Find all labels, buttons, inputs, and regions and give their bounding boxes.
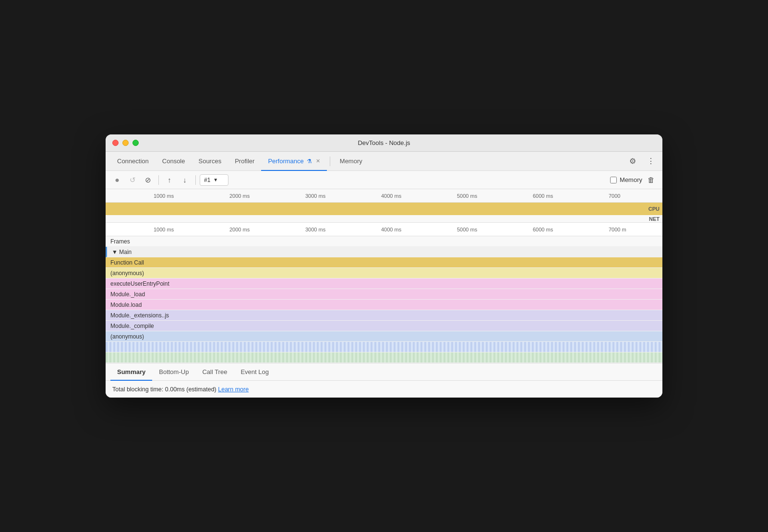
flame-label-1: (anonymous)	[106, 270, 221, 277]
status-bar: Total blocking time: 0.00ms (estimated) …	[106, 380, 662, 398]
toolbar-divider-1	[158, 175, 159, 185]
ruler2-tick-7000: 7000 m	[609, 227, 626, 232]
flame-label-5: Module._extensions..js	[106, 312, 221, 319]
flame-row-4[interactable]: Module.load	[106, 300, 662, 310]
tab-bottom-up[interactable]: Bottom-Up	[152, 363, 195, 381]
more-icon: ⋮	[647, 157, 655, 166]
tab-sources[interactable]: Sources	[192, 152, 228, 171]
titlebar: DevTools - Node.js	[106, 134, 662, 152]
tab-event-log[interactable]: Event Log	[234, 363, 276, 381]
clear-button[interactable]: ⊘	[141, 173, 155, 187]
flame-row-0[interactable]: Function Call	[106, 257, 662, 268]
tab-memory[interactable]: Memory	[333, 152, 369, 171]
net-label: NET	[649, 216, 660, 222]
flame-row-9[interactable]	[106, 352, 662, 363]
ruler-tick-6000: 6000 ms	[533, 193, 553, 199]
ruler-tick-1000: 1000 ms	[154, 193, 174, 199]
flame-label-6: Module._compile	[106, 323, 221, 329]
flask-icon: ⚗	[307, 158, 312, 165]
tab-profiler[interactable]: Profiler	[228, 152, 261, 171]
flame-bar-9	[106, 352, 662, 363]
selector-dropdown[interactable]: #1 ▼	[200, 174, 228, 186]
flame-row-7[interactable]: (anonymous)	[106, 331, 662, 342]
main-header-row[interactable]: ▼ Main	[106, 247, 662, 257]
memory-checkbox-label[interactable]: Memory	[610, 176, 642, 183]
ruler2-tick-2000: 2000 ms	[229, 227, 250, 232]
chevron-down-icon: ▼	[213, 177, 218, 182]
cpu-label: CPU	[648, 206, 660, 212]
more-button[interactable]: ⋮	[644, 155, 658, 168]
flame-row-8[interactable]	[106, 342, 662, 352]
flame-row-5[interactable]: Module._extensions..js	[106, 310, 662, 321]
bottom-tabs: Summary Bottom-Up Call Tree Event Log	[106, 363, 662, 380]
maximize-button[interactable]	[132, 140, 139, 146]
reload-button[interactable]: ↺	[126, 173, 139, 187]
clear-icon: ⊘	[145, 176, 151, 184]
status-text: Total blocking time: 0.00ms (estimated)	[112, 386, 216, 393]
minimize-button[interactable]	[122, 140, 129, 146]
content-area: 1000 ms 2000 ms 3000 ms 4000 ms 5000 ms …	[106, 223, 662, 363]
ruler2-tick-3000: 3000 ms	[305, 227, 325, 232]
tab-console[interactable]: Console	[156, 152, 192, 171]
settings-button[interactable]: ⚙	[626, 155, 639, 168]
tab-separator	[330, 157, 330, 166]
ruler-tick-3000: 3000 ms	[305, 193, 325, 199]
ruler-tick-7000: 7000	[609, 193, 620, 199]
record-button[interactable]: ●	[110, 173, 124, 187]
flame-row-3[interactable]: Module._load	[106, 289, 662, 300]
devtools-window: DevTools - Node.js Connection Console So…	[106, 134, 662, 398]
traffic-lights	[112, 140, 139, 146]
flame-row-1[interactable]: (anonymous)	[106, 268, 662, 278]
upload-icon: ↑	[168, 176, 171, 184]
download-button[interactable]: ↓	[178, 173, 192, 187]
frames-label: Frames	[106, 238, 221, 245]
memory-checkbox[interactable]	[610, 177, 617, 183]
reload-icon: ↺	[130, 176, 136, 184]
tab-performance[interactable]: Performance ⚗ ✕	[261, 152, 326, 171]
frames-row: Frames	[106, 236, 662, 247]
tab-summary[interactable]: Summary	[110, 363, 152, 381]
window-title: DevTools - Node.js	[358, 139, 410, 146]
ruler2-tick-5000: 5000 ms	[457, 227, 477, 232]
tabbar: Connection Console Sources Profiler Perf…	[106, 152, 662, 171]
ruler-tick-2000: 2000 ms	[229, 193, 250, 199]
timeline-ruler-top: 1000 ms 2000 ms 3000 ms 4000 ms 5000 ms …	[106, 189, 662, 203]
cpu-bar: CPU	[106, 203, 662, 215]
ruler2-tick-4000: 4000 ms	[381, 227, 401, 232]
ruler2-tick-1000: 1000 ms	[154, 227, 174, 232]
record-icon: ●	[115, 176, 120, 184]
settings-icon: ⚙	[629, 157, 636, 166]
net-bar: NET	[106, 215, 662, 223]
toolbar: ● ↺ ⊘ ↑ ↓ #1 ▼ Memory 🗑	[106, 171, 662, 189]
flame-chart[interactable]: Frames ▼ Main Function Call (ano	[106, 236, 662, 363]
tab-connection[interactable]: Connection	[110, 152, 156, 171]
flame-label-0: Function Call	[106, 259, 221, 266]
main-label: ▼ Main	[107, 249, 222, 255]
ruler-tick-5000: 5000 ms	[457, 193, 477, 199]
download-icon: ↓	[183, 176, 187, 184]
trash-button[interactable]: 🗑	[644, 173, 658, 187]
flame-label-2: executeUserEntryPoint	[106, 280, 221, 287]
ruler2-tick-6000: 6000 ms	[533, 227, 553, 232]
flame-bar-8	[106, 342, 662, 352]
toolbar-divider-2	[195, 175, 196, 185]
flame-label-3: Module._load	[106, 291, 221, 298]
flame-label-7: (anonymous)	[106, 333, 221, 340]
ruler-tick-4000: 4000 ms	[381, 193, 401, 199]
upload-button[interactable]: ↑	[163, 173, 176, 187]
tab-call-tree[interactable]: Call Tree	[195, 363, 234, 381]
trash-icon: 🗑	[648, 176, 655, 184]
tab-close-icon[interactable]: ✕	[316, 158, 320, 164]
flame-row-6[interactable]: Module._compile	[106, 321, 662, 331]
tab-actions: ⚙ ⋮	[626, 155, 658, 168]
learn-more-link[interactable]: Learn more	[218, 386, 249, 393]
timeline-ruler-bottom: 1000 ms 2000 ms 3000 ms 4000 ms 5000 ms …	[106, 223, 662, 236]
flame-label-4: Module.load	[106, 302, 221, 308]
close-button[interactable]	[112, 140, 119, 146]
flame-row-2[interactable]: executeUserEntryPoint	[106, 278, 662, 289]
